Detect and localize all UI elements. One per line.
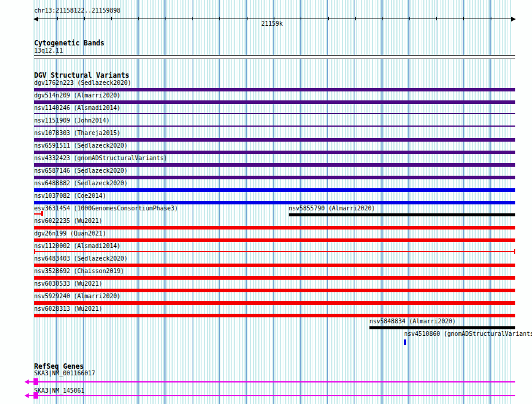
- cytogenetic-band-bar[interactable]: [34, 55, 515, 59]
- variant-label[interactable]: nsv1078303 (Thareja2015): [34, 130, 121, 136]
- gene-exon-block[interactable]: [33, 378, 38, 385]
- variant-bar[interactable]: [34, 138, 515, 142]
- variant-label[interactable]: nsv6587146 (Sedlazeck2020): [34, 168, 128, 174]
- gene-body-line[interactable]: [27, 381, 515, 382]
- ruler-tick: [166, 17, 166, 20]
- ruler-tick: [301, 17, 301, 20]
- variant-bar[interactable]: [34, 100, 515, 104]
- variant-bar[interactable]: [34, 113, 515, 114]
- ruler-tick: [219, 17, 220, 20]
- ruler-tick-label: 21159k: [261, 21, 283, 27]
- variant-end-tick[interactable]: [514, 249, 515, 254]
- ruler-line: [34, 19, 512, 19]
- variant-end-tick[interactable]: [34, 249, 35, 254]
- variant-bar[interactable]: [34, 88, 515, 91]
- genome-browser-view: chr13:21158122..21159898 21159k Cytogene…: [0, 0, 532, 404]
- variant-label[interactable]: nsv6591511 (Sedlazeck2020): [34, 143, 128, 149]
- variant-bar[interactable]: [34, 289, 515, 292]
- variant-bar[interactable]: [34, 151, 515, 154]
- gene-label[interactable]: SKA3|NM_145061: [34, 388, 84, 394]
- ruler-tick: [192, 17, 193, 20]
- section-header-cytogenetic-bands: Cytogenetic Bands: [34, 40, 105, 47]
- variant-label[interactable]: nsv1151909 (John2014): [34, 118, 109, 124]
- variant-bar[interactable]: [34, 301, 515, 305]
- ruler-right-arrow-icon: [511, 17, 516, 22]
- variant-bar[interactable]: [34, 226, 515, 229]
- ruler-tick: [409, 17, 410, 20]
- variant-label[interactable]: nsv5848834 (Almarri2020): [369, 319, 456, 325]
- variant-label[interactable]: nsv4510860 (gnomADStructuralVariants): [404, 331, 532, 337]
- variant-bar[interactable]: [34, 201, 515, 204]
- variant-bar[interactable]: [34, 251, 515, 252]
- variant-label[interactable]: dgv1762n223 (Sedlazeck2020): [34, 80, 132, 86]
- ruler-tick: [247, 17, 247, 20]
- variant-bar[interactable]: [34, 276, 515, 280]
- variant-end-tick[interactable]: [41, 211, 43, 216]
- variant-label[interactable]: nsv6022235 (Wu2021): [34, 218, 102, 224]
- variant-label[interactable]: nsv1037082 (Coe2014): [34, 193, 106, 199]
- cytogenetic-band-label: 13q12.11: [34, 48, 63, 54]
- variant-bar[interactable]: [404, 339, 406, 345]
- variant-bar[interactable]: [34, 176, 515, 179]
- variant-label[interactable]: nsv1120002 (Alsmadi2014): [34, 243, 121, 249]
- variant-bar[interactable]: [369, 326, 515, 329]
- variant-label[interactable]: nsv6030533 (Wu2021): [34, 281, 102, 287]
- ruler-tick: [84, 17, 85, 20]
- variant-label[interactable]: nsv6488882 (Sedlazeck2020): [34, 180, 128, 186]
- variant-bar[interactable]: [34, 264, 515, 267]
- variant-label[interactable]: nsv5929240 (Almarri2020): [34, 293, 121, 299]
- variant-label[interactable]: dgv26n199 (Quan2021): [34, 231, 106, 237]
- ruler-tick: [491, 17, 491, 20]
- ruler-tick: [355, 17, 356, 20]
- section-header-dgv-structural-variants: DGV Structural Variants: [34, 72, 129, 79]
- ruler-tick: [382, 17, 383, 20]
- ruler-tick: [57, 17, 58, 20]
- variant-bar[interactable]: [34, 238, 515, 242]
- region-coordinates-label: chr13:21158122..21159898: [34, 8, 121, 14]
- ruler-tick: [463, 17, 464, 20]
- ruler-tick: [436, 17, 437, 20]
- ruler-left-arrow-icon: [33, 17, 38, 22]
- gene-exon-block[interactable]: [33, 392, 38, 399]
- variant-label[interactable]: nsv4332423 (gnomADStructuralVariants): [34, 155, 167, 161]
- section-header-refseq-genes: RefSeq Genes: [34, 363, 84, 370]
- variant-label[interactable]: nsv5855790 (Almarri2020): [289, 206, 375, 212]
- variant-label[interactable]: nsv6483403 (Sedlazeck2020): [34, 256, 128, 262]
- variant-bar[interactable]: [34, 314, 515, 317]
- variant-label[interactable]: nsv6028313 (Wu2021): [34, 306, 102, 312]
- variant-label[interactable]: dgv514n209 (Almarri2020): [34, 93, 121, 99]
- variant-bar[interactable]: [34, 188, 515, 192]
- variant-label[interactable]: esv3631454 (1000GenomesConsortiumPhase3): [34, 206, 178, 212]
- ruler-tick: [111, 17, 112, 20]
- variant-label[interactable]: nsv3528692 (Chaisson2019): [34, 268, 124, 274]
- gene-body-line[interactable]: [27, 395, 515, 396]
- variant-bar[interactable]: [34, 126, 515, 127]
- variant-bar[interactable]: [289, 213, 515, 216]
- variant-label[interactable]: nsv1140246 (Alsmadi2014): [34, 105, 121, 111]
- ruler-tick: [138, 17, 139, 20]
- gene-label[interactable]: SKA3|NM_001166017: [34, 371, 95, 377]
- ruler-tick: [328, 17, 329, 20]
- variant-bar[interactable]: [34, 163, 515, 167]
